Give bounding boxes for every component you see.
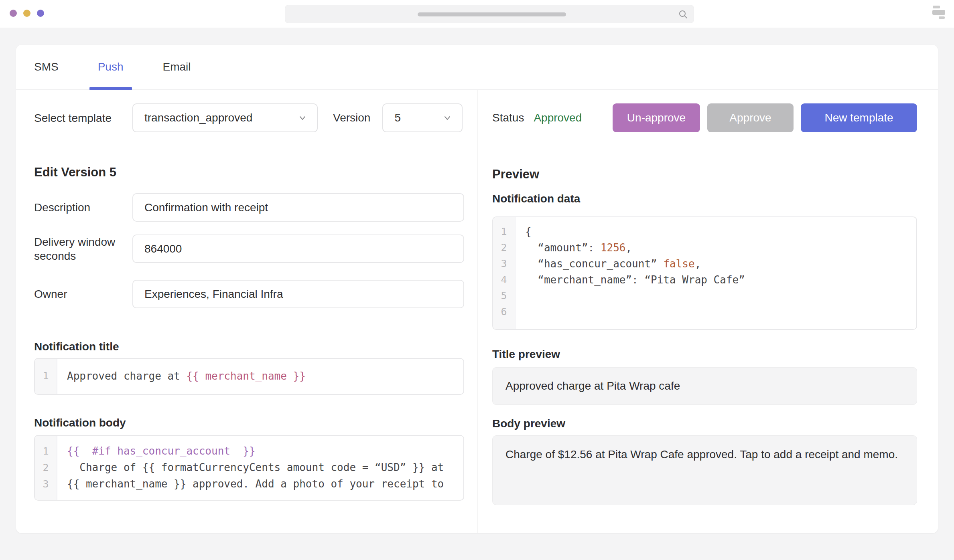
delivery-window-label: Delivery window seconds [34,235,132,263]
unapprove-button[interactable]: Un-approve [613,103,700,132]
code-line[interactable]: { [525,224,916,240]
tab-push[interactable]: Push [98,44,124,89]
line-number: 1 [493,224,515,240]
notification-title-heading: Notification title [34,340,464,353]
notification-data-heading: Notification data [492,192,917,205]
url-placeholder-bar [418,12,566,16]
line-number: 2 [493,240,515,256]
version-select-value: 5 [394,111,401,124]
template-editor-card: SMS Push Email Select template transacti… [16,45,938,533]
notification-data-editor[interactable]: 123456 { “amount”: 1256, “has_concur_aco… [492,216,917,330]
code-line[interactable] [525,288,916,304]
tab-email-label: Email [163,61,191,73]
code-line[interactable]: Charge of {{ formatCurrencyCents amount … [67,459,463,476]
code-area[interactable]: Approved charge at {{ merchant_name }} [57,359,463,394]
version-select[interactable]: 5 [382,103,463,132]
notification-body-editor[interactable]: 123 {{ #if has_concur_account }} Charge … [34,435,464,501]
status-badge: Approved [534,111,582,124]
search-icon [678,10,688,19]
version-label: Version [333,111,370,124]
title-preview-box: Approved charge at Pita Wrap cafe [492,367,917,405]
preview-panel: Status Approved Un-approve Approve New t… [477,90,938,533]
window-control-minimize-icon[interactable] [23,10,30,17]
chevron-down-icon [298,113,307,123]
owner-label: Owner [34,287,132,301]
line-number: 3 [493,256,515,272]
address-search-bar[interactable] [285,5,694,23]
title-preview-text: Approved charge at Pita Wrap cafe [505,380,680,392]
approve-button[interactable]: Approve [707,103,794,132]
line-number: 5 [493,288,515,304]
window-controls [10,10,44,17]
body-preview-box: Charge of $12.56 at Pita Wrap Cafe appro… [492,435,917,505]
code-line[interactable] [525,304,916,320]
code-line[interactable]: {{ merchant_name }} approved. Add a phot… [67,476,463,492]
code-area[interactable]: { “amount”: 1256, “has_concur_acount” fa… [516,217,916,329]
code-line[interactable]: Approved charge at {{ merchant_name }} [67,369,463,383]
edit-panel: Select template transaction_approved Ver… [16,90,477,533]
code-line[interactable]: “has_concur_acount” false, [525,256,916,272]
code-line[interactable]: {{ #if has_concur_account }} [67,443,463,459]
status-label: Status [492,111,524,124]
tab-email[interactable]: Email [163,44,191,89]
chevron-down-icon [442,113,452,123]
title-preview-heading: Title preview [492,348,917,361]
line-number: 1 [35,443,57,459]
channel-tabs: SMS Push Email [16,45,938,90]
line-number-gutter: 1 [35,359,57,394]
delivery-window-field[interactable] [132,235,464,263]
template-select[interactable]: transaction_approved [132,103,318,132]
tab-push-label: Push [98,61,124,73]
description-label: Description [34,200,132,214]
code-area[interactable]: {{ #if has_concur_account }} Charge of {… [57,436,463,500]
line-number-gutter: 123 [35,436,57,500]
tab-sms-label: SMS [34,61,59,73]
body-preview-heading: Body preview [492,417,917,430]
template-select-value: transaction_approved [144,111,252,124]
line-number: 1 [35,369,57,383]
window-titlebar [0,0,954,28]
action-buttons: Un-approve Approve New template [613,103,917,132]
notification-title-editor[interactable]: 1 Approved charge at {{ merchant_name }} [34,358,464,395]
window-control-close-icon[interactable] [10,10,17,17]
new-template-button[interactable]: New template [801,103,917,132]
edit-version-heading: Edit Version 5 [34,165,464,180]
tab-sms[interactable]: SMS [34,44,59,89]
active-tab-underline [89,87,132,90]
window-control-maximize-icon[interactable] [37,10,44,17]
line-number: 2 [35,459,57,476]
preview-heading: Preview [492,167,917,182]
select-template-label: Select template [34,111,132,125]
line-number-gutter: 123456 [493,217,516,329]
code-line[interactable]: “merchant_name”: “Pita Wrap Cafe” [525,272,916,288]
notification-body-heading: Notification body [34,416,464,429]
description-field[interactable] [132,193,464,222]
window-stack-icon[interactable] [932,6,946,22]
owner-field[interactable] [132,280,464,308]
body-preview-text: Charge of $12.56 at Pita Wrap Cafe appro… [505,448,898,461]
line-number: 3 [35,476,57,492]
line-number: 4 [493,272,515,288]
code-line[interactable]: “amount”: 1256, [525,240,916,256]
line-number: 6 [493,304,515,320]
